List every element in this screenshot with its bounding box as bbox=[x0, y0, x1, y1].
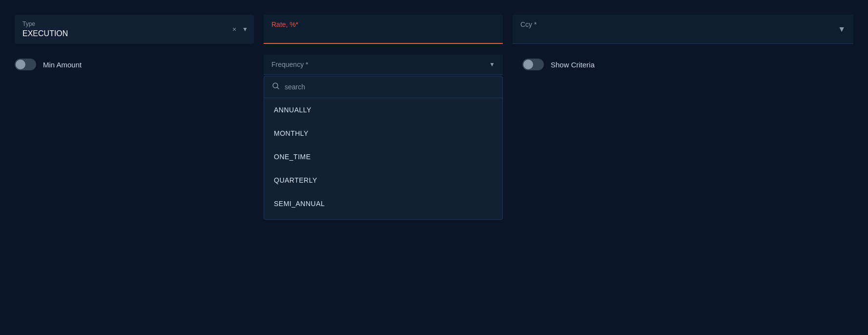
min-amount-section: Min Amount bbox=[15, 54, 254, 75]
rate-input[interactable] bbox=[271, 29, 495, 38]
dropdown-search-input[interactable] bbox=[285, 83, 495, 91]
type-chevron-icon[interactable]: ▼ bbox=[242, 26, 248, 33]
dropdown-item-annually[interactable]: ANNUALLY bbox=[264, 98, 502, 122]
type-field: Type EXECUTION × ▼ bbox=[15, 15, 254, 44]
type-label: Type bbox=[22, 21, 246, 27]
top-row: Type EXECUTION × ▼ Rate, %* Ccy * ▼ bbox=[15, 15, 853, 44]
show-criteria-toggle-knob bbox=[523, 60, 533, 69]
rate-field: Rate, %* bbox=[264, 15, 503, 44]
rate-label: Rate, %* bbox=[271, 21, 495, 28]
frequency-container: Frequency * ▼ ANNUALLY MONT bbox=[264, 55, 503, 75]
min-amount-toggle[interactable] bbox=[15, 59, 36, 70]
dropdown-item-semi-annual[interactable]: SEMI_ANNUAL bbox=[264, 192, 502, 215]
frequency-field[interactable]: Frequency * ▼ bbox=[264, 55, 503, 75]
show-criteria-label: Show Criteria bbox=[551, 61, 595, 69]
ccy-field[interactable]: Ccy * ▼ bbox=[513, 15, 853, 44]
svg-line-1 bbox=[277, 87, 279, 89]
dropdown-item-quarterly[interactable]: QUARTERLY bbox=[264, 168, 502, 192]
search-icon bbox=[272, 82, 280, 92]
page-container: Type EXECUTION × ▼ Rate, %* Ccy * ▼ Min … bbox=[0, 0, 868, 335]
show-criteria-section: Show Criteria bbox=[513, 54, 853, 75]
type-clear-icon[interactable]: × bbox=[232, 25, 236, 33]
ccy-chevron-icon[interactable]: ▼ bbox=[838, 25, 846, 34]
frequency-chevron-icon[interactable]: ▼ bbox=[489, 61, 495, 68]
dropdown-search-wrap bbox=[264, 76, 502, 98]
min-amount-label: Min Amount bbox=[43, 61, 82, 69]
second-row: Min Amount Frequency * ▼ bbox=[15, 54, 853, 75]
type-value: EXECUTION bbox=[22, 29, 68, 38]
dropdown-item-one-time[interactable]: ONE_TIME bbox=[264, 145, 502, 168]
show-criteria-toggle[interactable] bbox=[522, 59, 544, 70]
frequency-label: Frequency * bbox=[271, 61, 483, 68]
ccy-label: Ccy * bbox=[520, 21, 846, 28]
type-field-actions: × ▼ bbox=[232, 25, 248, 33]
toggle-knob bbox=[16, 60, 25, 69]
dropdown-item-monthly[interactable]: MONTHLY bbox=[264, 122, 502, 145]
frequency-dropdown-panel: ANNUALLY MONTHLY ONE_TIME QUARTERLY SEMI… bbox=[264, 76, 503, 220]
